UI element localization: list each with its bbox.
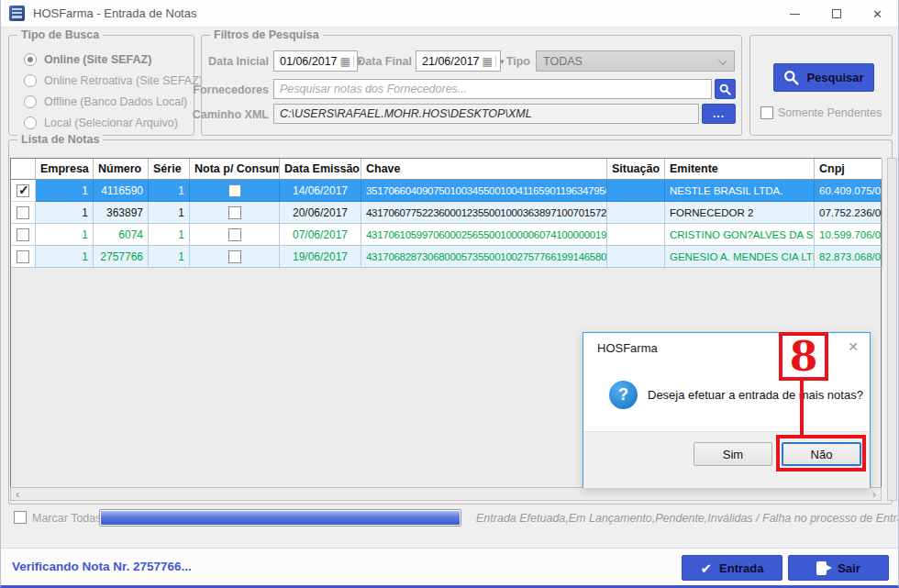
cell-emissao: 20/06/2017 bbox=[280, 202, 361, 224]
header-empresa[interactable]: Empresa bbox=[36, 159, 94, 180]
dialog-title: HOSFarma bbox=[597, 341, 658, 355]
consumo-checkbox[interactable] bbox=[228, 206, 241, 219]
consumo-checkbox[interactable] bbox=[228, 228, 241, 241]
search-icon bbox=[783, 70, 799, 85]
caminho-xml-input[interactable] bbox=[273, 104, 699, 124]
cell-consumo[interactable] bbox=[190, 202, 280, 224]
fornecedores-search-input[interactable] bbox=[273, 79, 712, 99]
status-legend: Entrada Efetuada, Em Lançamento, Pendent… bbox=[476, 512, 886, 525]
header-emitente[interactable]: Emitente bbox=[665, 159, 815, 180]
marcar-todas-label[interactable]: Marcar Todas bbox=[32, 512, 102, 525]
legend-pendente: Pendente, bbox=[655, 512, 707, 525]
tipo-select[interactable]: TODAS bbox=[536, 50, 735, 72]
maximize-button[interactable] bbox=[816, 0, 857, 28]
row-checkbox[interactable] bbox=[17, 228, 29, 241]
header-emissao[interactable]: Data Emissão bbox=[280, 159, 361, 180]
close-button[interactable]: ✕ bbox=[857, 0, 898, 28]
header-consumo[interactable]: Nota p/ Consumo bbox=[190, 159, 280, 180]
cell-consumo[interactable] bbox=[190, 224, 280, 246]
annotation-step-number: 8 bbox=[790, 337, 818, 377]
cell-cnpj: 60.409.075/010 bbox=[815, 180, 882, 202]
annotation-pointer-line bbox=[800, 381, 804, 437]
somente-pendentes-checkbox[interactable] bbox=[760, 106, 773, 119]
app-icon bbox=[9, 6, 25, 21]
fornecedores-search-button[interactable] bbox=[715, 79, 736, 99]
radio-online-retroativa-label[interactable]: Online Retroativa (Site SEFAZ) bbox=[44, 74, 203, 87]
row-checkbox[interactable] bbox=[17, 184, 29, 197]
data-final-input[interactable]: 21/06/2017 ▦▾ bbox=[416, 50, 501, 72]
table-row[interactable]: 1 2757766 1 19/06/2017 43170682873068000… bbox=[11, 246, 881, 268]
cell-emitente: FORNECEDOR 2 bbox=[665, 202, 815, 224]
radio-online-sefaz-label[interactable]: Online (Site SEFAZ) bbox=[44, 53, 151, 66]
cell-empresa: 1 bbox=[36, 202, 94, 224]
table-header-row: Empresa Número Série Nota p/ Consumo Dat… bbox=[11, 159, 881, 180]
tipo-selected-value: TODAS bbox=[543, 55, 583, 68]
data-inicial-label: Data Inicial bbox=[203, 55, 269, 68]
radio-offline-label[interactable]: Offline (Banco Dados Local) bbox=[44, 95, 187, 108]
header-numero[interactable]: Número bbox=[94, 159, 149, 180]
horizontal-scrollbar[interactable]: ‹ › bbox=[10, 487, 882, 501]
cell-situacao bbox=[607, 224, 665, 246]
header-chave[interactable]: Chave bbox=[361, 159, 607, 180]
cell-emitente: NESTLE BRASIL LTDA. bbox=[665, 180, 815, 202]
consumo-checkbox[interactable] bbox=[228, 184, 241, 197]
pesquisar-button[interactable]: Pesquisar bbox=[773, 63, 874, 92]
radio-offline[interactable] bbox=[24, 95, 37, 108]
entrada-button-label: Entrada bbox=[719, 561, 763, 575]
cell-emitente: GENESIO A. MENDES CIA LTDA bbox=[665, 246, 815, 268]
vertical-scrollbar[interactable] bbox=[887, 158, 897, 501]
cell-chave: 3517066040907501003455001004116590119634… bbox=[361, 180, 607, 202]
row-select-cell[interactable] bbox=[11, 246, 36, 268]
data-inicial-value: 01/06/2017 bbox=[280, 55, 338, 68]
row-select-cell[interactable] bbox=[11, 180, 36, 202]
header-serie[interactable]: Série bbox=[149, 159, 190, 180]
radio-local[interactable] bbox=[24, 116, 37, 129]
dialog-close-icon[interactable]: ✕ bbox=[848, 339, 859, 354]
row-select-cell[interactable] bbox=[11, 224, 36, 246]
radio-online-retroativa[interactable] bbox=[24, 74, 37, 87]
legend-em-lancamento: Em Lançamento, bbox=[569, 512, 656, 525]
minimize-icon bbox=[790, 14, 800, 15]
cell-consumo[interactable] bbox=[190, 246, 280, 268]
exit-door-icon bbox=[816, 561, 827, 575]
row-checkbox[interactable] bbox=[17, 206, 29, 219]
calendar-icon[interactable]: ▦ bbox=[480, 56, 496, 67]
cell-situacao bbox=[607, 202, 665, 224]
somente-pendentes-label[interactable]: Somente Pendentes bbox=[778, 106, 882, 119]
legend-entrada-efetuada: Entrada Efetuada, bbox=[476, 512, 569, 525]
scroll-right-icon[interactable]: › bbox=[872, 487, 876, 501]
cell-chave: 4317061059970600025655001000006074100000… bbox=[361, 224, 607, 246]
cell-emitente: CRISTINO GON?ALVES DA SILVA bbox=[665, 224, 815, 246]
data-final-value: 21/06/2017 bbox=[422, 55, 480, 68]
header-situacao[interactable]: Situação bbox=[607, 159, 665, 180]
sair-button[interactable]: Sair bbox=[788, 555, 889, 581]
consumo-checkbox[interactable] bbox=[228, 250, 241, 263]
row-checkbox[interactable] bbox=[17, 250, 29, 263]
marcar-todas-checkbox[interactable] bbox=[14, 511, 27, 524]
cell-numero: 363897 bbox=[94, 202, 149, 224]
cell-cnpj: 82.873.068/000 bbox=[815, 246, 882, 268]
radio-online-sefaz[interactable] bbox=[24, 53, 37, 66]
radio-local-label[interactable]: Local (Selecionar Arquivo) bbox=[44, 116, 178, 129]
legend-invalidas: Inválidas / Falha no processo de Entrada bbox=[707, 512, 899, 525]
minimize-button[interactable] bbox=[774, 0, 816, 28]
cell-empresa: 1 bbox=[36, 246, 94, 268]
ellipsis-icon: ... bbox=[713, 107, 725, 120]
header-cnpj[interactable]: Cnpj bbox=[815, 159, 882, 180]
maximize-icon bbox=[832, 9, 841, 18]
browse-xml-button[interactable]: ... bbox=[702, 104, 736, 124]
row-select-cell[interactable] bbox=[11, 202, 36, 224]
scroll-left-icon[interactable]: ‹ bbox=[16, 487, 19, 501]
entrada-button[interactable]: ✔ Entrada bbox=[682, 555, 782, 581]
cell-numero: 6074 bbox=[94, 224, 149, 246]
table-row[interactable]: 1 363897 1 20/06/2017 431706077522360001… bbox=[11, 202, 881, 224]
cell-consumo[interactable] bbox=[190, 180, 280, 202]
sim-button[interactable]: Sim bbox=[694, 442, 772, 466]
table-row[interactable]: 1 6074 1 07/06/2017 43170610599706000256… bbox=[11, 224, 881, 246]
cell-situacao bbox=[607, 246, 665, 268]
tipo-label: Tipo bbox=[501, 55, 530, 68]
table-row[interactable]: 1 4116590 1 14/06/2017 35170660409075010… bbox=[11, 180, 881, 202]
cell-serie: 1 bbox=[149, 180, 190, 202]
window-title: HOSFarma - Entrada de Notas bbox=[33, 6, 196, 20]
cell-empresa: 1 bbox=[36, 180, 94, 202]
